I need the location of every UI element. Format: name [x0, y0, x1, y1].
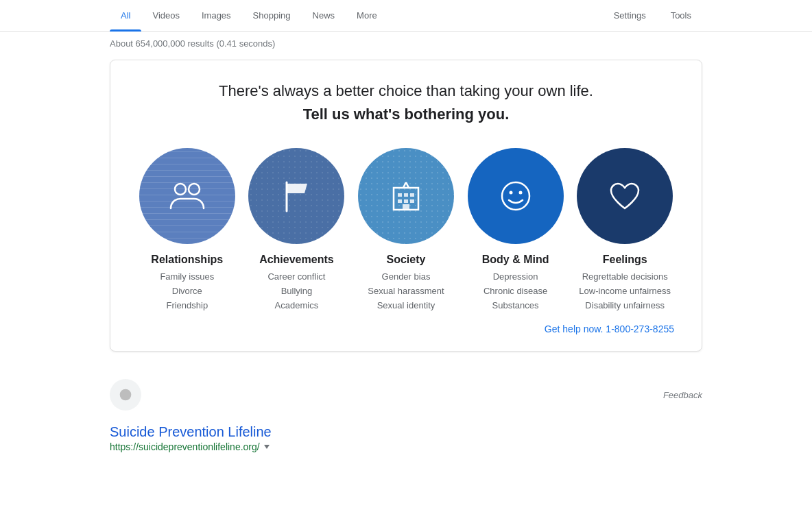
category-title-relationships: Relationships [151, 254, 223, 266]
building-icon [384, 174, 428, 218]
nav-right: Settings Tools [603, 0, 702, 32]
smiley-icon [494, 174, 538, 218]
crisis-card: There's always a better choice than taki… [110, 60, 702, 352]
category-relationships[interactable]: Relationships Family issues Divorce Frie… [138, 148, 237, 313]
tab-all[interactable]: All [110, 0, 141, 32]
tab-more[interactable]: More [346, 0, 388, 32]
category-feelings[interactable]: Feelings Regrettable decisions Low-incom… [575, 148, 674, 313]
category-circle-body-mind [468, 148, 564, 244]
mic-icon [119, 388, 132, 402]
bottom-area: Feedback [0, 379, 812, 411]
svg-rect-5 [404, 193, 408, 197]
svg-rect-10 [403, 204, 409, 210]
category-circle-feelings [577, 148, 673, 244]
crisis-subheadline: Tell us what's bothering you. [138, 106, 674, 123]
crisis-headline: There's always a better choice than taki… [138, 82, 674, 100]
nav-tabs: All Videos Images Shopping News More [110, 0, 603, 32]
tab-settings[interactable]: Settings [603, 0, 657, 32]
tab-news[interactable]: News [302, 0, 346, 32]
mic-button[interactable] [110, 379, 141, 411]
svg-rect-7 [398, 199, 402, 203]
top-nav: All Videos Images Shopping News More Set… [0, 0, 812, 32]
category-subtitle-body-mind: Depression Chronic disease Substances [483, 270, 547, 313]
flag-icon [274, 174, 318, 218]
category-circle-achievements [248, 148, 344, 244]
category-society[interactable]: Society Gender bias Sexual harassment Se… [357, 148, 455, 313]
svg-point-13 [502, 182, 529, 210]
category-subtitle-achievements: Career conflict Bullying Academics [267, 270, 325, 313]
category-title-society: Society [387, 254, 426, 266]
category-subtitle-society: Gender bias Sexual harassment Sexual ide… [368, 270, 444, 313]
main-content: About 654,000,000 results (0.41 seconds)… [0, 32, 812, 376]
heart-icon [603, 174, 647, 218]
tab-videos[interactable]: Videos [141, 0, 191, 32]
people-icon [165, 174, 209, 218]
help-link[interactable]: Get help now. 1-800-273-8255 [138, 323, 674, 334]
tab-tools[interactable]: Tools [660, 0, 702, 32]
category-body-mind[interactable]: Body & Mind Depression Chronic disease S… [466, 148, 565, 313]
result-title[interactable]: Suicide Prevention Lifeline [110, 424, 272, 439]
category-achievements[interactable]: Achievements Career conflict Bullying Ac… [248, 148, 346, 313]
results-count: About 654,000,000 results (0.41 seconds) [110, 38, 702, 49]
svg-point-1 [189, 184, 200, 195]
dropdown-arrow-icon[interactable] [264, 445, 270, 449]
svg-rect-9 [410, 199, 414, 203]
svg-rect-4 [398, 193, 402, 197]
categories-row: Relationships Family issues Divorce Frie… [138, 148, 674, 313]
category-subtitle-relationships: Family issues Divorce Friendship [160, 270, 214, 313]
tab-shopping[interactable]: Shopping [242, 0, 302, 32]
feedback-text[interactable]: Feedback [663, 390, 702, 400]
svg-point-14 [509, 191, 512, 195]
svg-rect-6 [410, 193, 414, 197]
svg-point-16 [120, 389, 132, 401]
tab-images[interactable]: Images [191, 0, 242, 32]
svg-rect-8 [404, 199, 408, 203]
category-title-feelings: Feelings [603, 254, 647, 266]
svg-point-15 [518, 191, 522, 195]
svg-point-0 [175, 184, 186, 195]
result-url: https://suicidepreventionlifeline.org/ [110, 441, 260, 452]
category-title-body-mind: Body & Mind [482, 254, 549, 266]
category-subtitle-feelings: Regrettable decisions Low-income unfairn… [579, 270, 671, 313]
result-url-row: https://suicidepreventionlifeline.org/ [110, 441, 702, 452]
category-circle-society [358, 148, 454, 244]
category-title-achievements: Achievements [259, 254, 334, 266]
search-result: Suicide Prevention Lifeline https://suic… [0, 424, 812, 452]
category-circle-relationships [139, 148, 235, 244]
